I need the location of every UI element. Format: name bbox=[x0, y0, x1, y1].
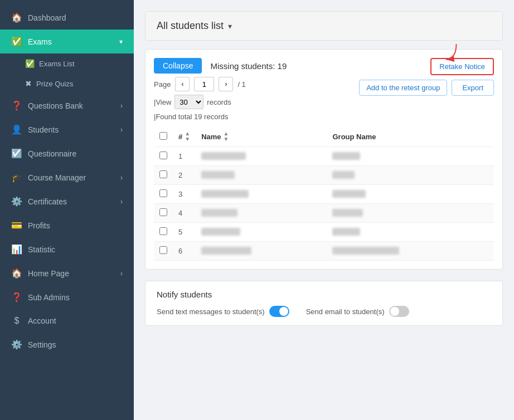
group-blurred bbox=[332, 190, 366, 198]
page-label: Page bbox=[154, 80, 171, 89]
sidebar-item-questionnaire[interactable]: ☑️ Questionnaire bbox=[0, 141, 134, 165]
group-blurred bbox=[332, 247, 399, 255]
certificate-icon: ⚙️ bbox=[11, 196, 22, 207]
row-group bbox=[327, 166, 494, 185]
row-number: 5 bbox=[173, 223, 196, 242]
select-all-checkbox[interactable] bbox=[159, 132, 167, 140]
chevron-right-icon: › bbox=[120, 198, 123, 206]
sidebar-item-label: Dashboard bbox=[28, 13, 66, 22]
content-card: Collapse Missing students: 19 Page ‹ › /… bbox=[145, 49, 503, 270]
dropdown-arrow-icon: ▾ bbox=[228, 22, 232, 31]
sidebar-item-label: Settings bbox=[28, 340, 56, 349]
sidebar-item-label: Sub Admins bbox=[28, 293, 70, 302]
sidebar-item-certificates[interactable]: ⚙️ Certificates › bbox=[0, 189, 134, 213]
sidebar-item-label: Statistic bbox=[28, 245, 55, 254]
user-icon: 👤 bbox=[11, 124, 22, 135]
sidebar-item-profits[interactable]: 💳 Profits bbox=[0, 213, 134, 237]
pagination-row: Page ‹ › / 1 bbox=[154, 77, 287, 91]
sidebar-item-label: Course Manager bbox=[28, 173, 86, 182]
email-notify-toggle[interactable] bbox=[389, 306, 409, 317]
row-checkbox-cell bbox=[154, 223, 173, 242]
table-row: 1 bbox=[154, 147, 494, 166]
row-checkbox[interactable] bbox=[159, 152, 167, 159]
row-name bbox=[196, 147, 327, 166]
name-blurred bbox=[201, 228, 240, 236]
table-body: 1 2 3 4 bbox=[154, 147, 494, 261]
name-blurred bbox=[201, 152, 246, 160]
next-page-button[interactable]: › bbox=[219, 77, 233, 91]
arrow-annotation bbox=[427, 41, 460, 66]
row-checkbox[interactable] bbox=[159, 227, 167, 235]
row-group bbox=[327, 204, 494, 223]
sidebar-item-statistic[interactable]: 📊 Statistic bbox=[0, 237, 134, 261]
sidebar-item-sub-admins[interactable]: ❓ Sub Admins bbox=[0, 285, 134, 309]
chevron-right-icon: › bbox=[120, 102, 123, 110]
name-blurred bbox=[201, 247, 251, 255]
view-label: |View bbox=[154, 98, 171, 106]
add-retest-button[interactable]: Add to the retest group bbox=[359, 80, 447, 96]
sidebar-item-students[interactable]: 👤 Students › bbox=[0, 118, 134, 141]
row-group bbox=[327, 147, 494, 166]
view-row: |View 30 50 100 records bbox=[154, 95, 287, 109]
prev-page-button[interactable]: ‹ bbox=[175, 77, 190, 91]
header-bar: All students list ▾ bbox=[145, 11, 503, 41]
group-blurred bbox=[332, 228, 360, 236]
row-checkbox[interactable] bbox=[159, 189, 167, 197]
sidebar-item-home-page[interactable]: 🏠 Home Page › bbox=[0, 261, 134, 285]
page-input[interactable] bbox=[194, 77, 214, 91]
table-row: 4 bbox=[154, 204, 494, 223]
th-number: # ▲▼ bbox=[173, 126, 196, 147]
row-number: 3 bbox=[173, 185, 196, 204]
checkbox-icon: ☑️ bbox=[11, 148, 22, 159]
view-select[interactable]: 30 50 100 bbox=[174, 95, 203, 109]
check-icon: ✅ bbox=[25, 59, 35, 68]
text-notify-item: Send text messages to student(s) bbox=[157, 306, 289, 317]
sidebar-item-questions-bank[interactable]: ❓ Questions Bank › bbox=[0, 94, 134, 118]
students-list-dropdown[interactable]: All students list ▾ bbox=[157, 20, 232, 32]
sidebar-item-label: Students bbox=[28, 125, 59, 134]
name-blurred bbox=[201, 209, 237, 217]
name-blurred bbox=[201, 171, 235, 179]
row-group bbox=[327, 185, 494, 204]
chart-icon: 📊 bbox=[11, 244, 22, 255]
sidebar-item-account[interactable]: $ Account bbox=[0, 309, 134, 333]
left-controls: Collapse Missing students: 19 Page ‹ › /… bbox=[154, 58, 287, 121]
sidebar-sub-item-label: Prize Quizs bbox=[36, 80, 73, 88]
table-header-row: # ▲▼ Name ▲▼ Group Name bbox=[154, 126, 494, 147]
sidebar-item-exams[interactable]: ✅ Exams ▾ bbox=[0, 30, 134, 53]
table-row: 6 bbox=[154, 242, 494, 261]
table-row: 5 bbox=[154, 223, 494, 242]
row-checkbox-cell bbox=[154, 204, 173, 223]
collapse-row: Collapse Missing students: 19 bbox=[154, 58, 287, 74]
home-icon: 🏠 bbox=[11, 12, 22, 23]
sidebar-item-settings[interactable]: ⚙️ Settings bbox=[0, 333, 134, 356]
times-icon: ✖ bbox=[25, 79, 32, 88]
students-table: # ▲▼ Name ▲▼ Group Name bbox=[154, 126, 494, 261]
sidebar-item-dashboard[interactable]: 🏠 Dashboard bbox=[0, 6, 134, 30]
chevron-right-icon: › bbox=[120, 174, 123, 182]
group-blurred bbox=[332, 171, 355, 179]
collapse-button[interactable]: Collapse bbox=[154, 58, 202, 74]
sidebar-item-prize-quizs[interactable]: ✖ Prize Quizs bbox=[0, 74, 134, 94]
sidebar-item-exams-list[interactable]: ✅ Exams List bbox=[0, 53, 134, 74]
row-group bbox=[327, 223, 494, 242]
sidebar-item-course-manager[interactable]: 🎓 Course Manager › bbox=[0, 165, 134, 189]
row-number: 1 bbox=[173, 147, 196, 166]
settings-icon: ⚙️ bbox=[11, 339, 22, 350]
arrow-svg bbox=[427, 41, 460, 64]
text-notify-toggle[interactable] bbox=[269, 306, 289, 317]
th-group-name: Group Name bbox=[327, 126, 494, 147]
sidebar: 🏠 Dashboard ✅ Exams ▾ ✅ Exams List ✖ Pri… bbox=[0, 0, 134, 420]
row-checkbox[interactable] bbox=[159, 170, 167, 178]
controls-top: Collapse Missing students: 19 Page ‹ › /… bbox=[154, 58, 494, 121]
row-name bbox=[196, 204, 327, 223]
export-button[interactable]: Export bbox=[452, 80, 494, 96]
sidebar-item-label: Questionnaire bbox=[28, 149, 76, 158]
row-checkbox[interactable] bbox=[159, 246, 167, 254]
row-checkbox[interactable] bbox=[159, 208, 167, 216]
th-checkbox bbox=[154, 126, 173, 147]
sort-icons: ▲▼ bbox=[185, 131, 190, 142]
table-row: 3 bbox=[154, 185, 494, 204]
sidebar-item-label: Exams bbox=[28, 37, 52, 46]
row-number: 6 bbox=[173, 242, 196, 261]
